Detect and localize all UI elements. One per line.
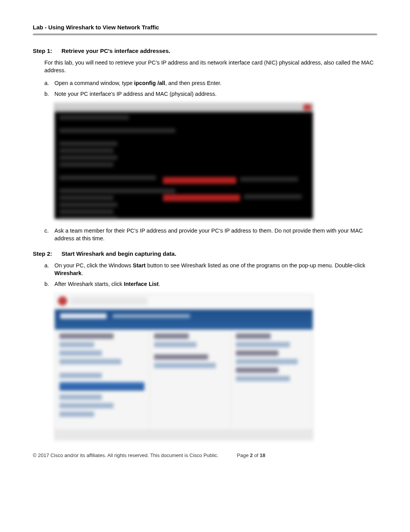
wireshark-body bbox=[55, 330, 313, 430]
footer-page: Page 2 of 18 bbox=[237, 452, 266, 459]
step2-a-bold1: Start bbox=[133, 262, 146, 269]
step1-c-text: Ask a team member for their PC's IP addr… bbox=[54, 227, 377, 243]
ip-address-highlight bbox=[163, 194, 240, 201]
step2-heading: Step 2: Start Wireshark and begin captur… bbox=[33, 250, 377, 258]
step1-a-letter: a. bbox=[44, 79, 54, 87]
step2-a: a. On your PC, click the Windows Start b… bbox=[44, 262, 377, 277]
cmd-titlebar bbox=[55, 104, 313, 112]
step1-a: a. Open a command window, type ipconfig … bbox=[44, 79, 377, 87]
footer-page-mid: of bbox=[253, 452, 260, 458]
step2-b-pre: After Wireshark starts, click bbox=[54, 281, 124, 287]
wireshark-toolbar bbox=[55, 294, 313, 309]
step2-title: Start Wireshark and begin capturing data… bbox=[61, 250, 176, 257]
step2-b-post: . bbox=[159, 281, 160, 287]
wireshark-files-col bbox=[149, 330, 231, 430]
footer-copyright: © 2017 Cisco and/or its affiliates. All … bbox=[33, 452, 219, 458]
step2-b-text: After Wireshark starts, click Interface … bbox=[54, 280, 377, 288]
mac-address-highlight bbox=[163, 177, 236, 184]
step1-a-text: Open a command window, type ipconfig /al… bbox=[54, 79, 377, 87]
step1-a-cmd: ipconfig /all bbox=[134, 80, 165, 86]
command-prompt-screenshot bbox=[54, 103, 313, 219]
step2-b: b. After Wireshark starts, click Interfa… bbox=[44, 280, 377, 288]
close-icon bbox=[303, 104, 311, 110]
step1-a-pre: Open a command window, type bbox=[54, 80, 134, 86]
step2-a-mid: button to see Wireshark listed as one of… bbox=[146, 262, 365, 269]
step2-a-pre: On your PC, click the Windows bbox=[54, 262, 133, 269]
wireshark-highlight bbox=[59, 382, 144, 391]
step1-c: c. Ask a team member for their PC's IP a… bbox=[44, 227, 377, 243]
footer-page-cur: 2 bbox=[250, 452, 253, 458]
wireshark-statusbar bbox=[55, 430, 313, 439]
step1-b-letter: b. bbox=[44, 90, 54, 98]
footer-page-pre: Page bbox=[237, 452, 250, 458]
step1-title: Retrieve your PC's interface addresses. bbox=[61, 48, 170, 54]
header-divider bbox=[33, 34, 377, 35]
step2-b-letter: b. bbox=[44, 280, 54, 288]
step1-b-text: Note your PC interface's IP address and … bbox=[54, 90, 377, 98]
step2-b-bold: Interface List bbox=[124, 281, 159, 287]
page-footer: © 2017 Cisco and/or its affiliates. All … bbox=[33, 452, 377, 459]
step2-a-text: On your PC, click the Windows Start butt… bbox=[54, 262, 377, 277]
wireshark-capture-col bbox=[55, 330, 149, 430]
wireshark-banner bbox=[55, 309, 313, 330]
footer-page-total: 18 bbox=[260, 452, 265, 458]
step2-a-post: . bbox=[81, 270, 83, 276]
step2-a-bold2: Wireshark bbox=[54, 270, 81, 276]
step2-a-letter: a. bbox=[44, 262, 54, 277]
step1-label: Step 1: bbox=[33, 47, 60, 55]
wireshark-icon bbox=[58, 296, 67, 306]
page-header-title: Lab - Using Wireshark to View Network Tr… bbox=[33, 23, 377, 31]
wireshark-screenshot bbox=[54, 294, 313, 440]
wireshark-online-col bbox=[231, 330, 313, 430]
step1-intro: For this lab, you will need to retrieve … bbox=[44, 59, 377, 75]
figure-wireshark-window bbox=[54, 294, 377, 440]
step1-heading: Step 1: Retrieve your PC's interface add… bbox=[33, 47, 377, 55]
step1-a-post: , and then press Enter. bbox=[165, 80, 222, 86]
step1-c-letter: c. bbox=[44, 227, 54, 243]
step2-label: Step 2: bbox=[33, 250, 60, 258]
cmd-body bbox=[55, 112, 313, 226]
step1-b: b. Note your PC interface's IP address a… bbox=[44, 90, 377, 98]
figure-cmd-window bbox=[54, 103, 377, 219]
